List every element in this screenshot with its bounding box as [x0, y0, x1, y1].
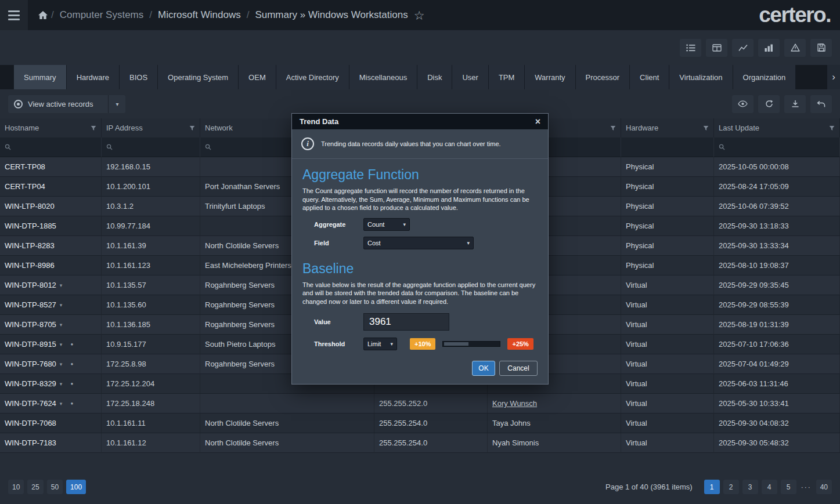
breadcrumb: /Computer Systems/Microsoft Windows/Summ… [51, 9, 408, 21]
column-header-hostname[interactable]: Hostname [0, 118, 102, 137]
row-expand-icon[interactable]: ▾ [60, 401, 63, 407]
favorite-star-icon[interactable]: ☆ [414, 9, 425, 21]
tab-miscellaneous[interactable]: Miscellaneous [349, 65, 417, 89]
list-view-icon[interactable] [680, 39, 701, 57]
tab-virtualization[interactable]: Virtualization [669, 65, 733, 89]
ok-button[interactable]: OK [472, 361, 495, 376]
breadcrumb-item-computer-systems[interactable]: Computer Systems [60, 9, 144, 21]
page-size-100[interactable]: 100 [66, 480, 86, 494]
hamburger-menu-icon[interactable] [0, 0, 28, 30]
cancel-button[interactable]: Cancel [499, 361, 538, 376]
home-icon[interactable] [37, 10, 49, 20]
cell-last_update: 2025-07-04 01:49:29 [714, 354, 840, 374]
filter-funnel-icon[interactable] [610, 125, 616, 131]
page-button-2[interactable]: 2 [723, 480, 739, 494]
info-icon: i [301, 137, 314, 150]
tab-organization[interactable]: Organization [733, 65, 796, 89]
tabs-scroll-right-icon[interactable]: › [827, 65, 840, 89]
close-icon[interactable]: × [535, 117, 540, 126]
breadcrumb-item-summary-windows-workstations[interactable]: Summary » Windows Workstations [255, 9, 408, 21]
page-button-5[interactable]: 5 [781, 480, 796, 494]
cell-hostname: WIN-DTP-7183 [0, 433, 102, 453]
chevron-down-icon[interactable]: ▾ [108, 95, 125, 113]
page-button-3[interactable]: 3 [742, 480, 758, 494]
cell-last_update: 2025-10-05 00:00:08 [714, 157, 840, 177]
row-expand-icon[interactable]: ▾ [60, 282, 63, 288]
field-select[interactable]: Cost ▾ [363, 237, 474, 249]
tab-client[interactable]: Client [630, 65, 669, 89]
cell-ip: 172.25.12.204 [102, 374, 200, 394]
threshold-select[interactable]: Limit ▾ [363, 338, 397, 350]
card-view-icon[interactable] [706, 39, 727, 57]
threshold-slider[interactable] [442, 341, 500, 347]
tab-warranty[interactable]: Warranty [525, 65, 575, 89]
column-header-ip-address[interactable]: IP Address [102, 118, 200, 137]
cell-hardware: Virtual [621, 433, 714, 453]
slider-handle[interactable] [444, 342, 468, 346]
line-chart-icon[interactable] [732, 39, 754, 57]
baseline-value-input[interactable] [363, 313, 449, 331]
download-icon[interactable] [784, 95, 806, 113]
tab-operating-system[interactable]: Operating System [158, 65, 239, 89]
breadcrumb-item-microsoft-windows[interactable]: Microsoft Windows [158, 9, 241, 21]
filter-funnel-icon[interactable] [703, 125, 709, 131]
tab-hardware[interactable]: Hardware [67, 65, 120, 89]
save-icon[interactable] [810, 39, 832, 57]
records-filter-dropdown[interactable]: View active records ▾ [8, 95, 125, 113]
cell-hardware: Virtual [621, 414, 714, 433]
page-size-25[interactable]: 25 [27, 480, 43, 494]
undo-icon[interactable] [810, 95, 832, 113]
filter-funnel-icon[interactable] [189, 125, 195, 131]
tab-disk[interactable]: Disk [417, 65, 452, 89]
row-expand-icon[interactable]: ▾ [60, 322, 63, 328]
table-row[interactable]: WIN-DTP-7624▾●172.25.18.248255.255.252.0… [0, 394, 840, 414]
threshold-low-button[interactable]: +10% [410, 338, 435, 350]
filter-funnel-icon[interactable] [91, 125, 96, 131]
tab-bios[interactable]: BIOS [120, 65, 158, 89]
column-search-cell[interactable] [714, 137, 840, 157]
cell-subnet: 255.255.252.0 [374, 394, 488, 414]
tab-summary[interactable]: Summary [14, 65, 67, 89]
cell-hardware: Physical [621, 157, 714, 177]
row-expand-icon[interactable]: ▾ [60, 302, 63, 308]
row-expand-icon[interactable]: ▾ [60, 342, 63, 347]
column-search-cell [621, 137, 714, 157]
chevron-down-icon: ▾ [390, 341, 393, 347]
tab-active-directory[interactable]: Active Directory [276, 65, 349, 89]
page-size-50[interactable]: 50 [47, 480, 63, 494]
status-dot-icon: ● [70, 342, 73, 347]
page-size-10[interactable]: 10 [8, 480, 24, 494]
column-header-last-update[interactable]: Last Update [714, 118, 840, 137]
row-expand-icon[interactable]: ▾ [60, 361, 63, 367]
tab-bar: SummaryHardwareBIOSOperating SystemOEMAc… [14, 65, 840, 89]
user-link[interactable]: Kory Wunsch [492, 399, 537, 408]
tab-oem[interactable]: OEM [239, 65, 276, 89]
page-button-4[interactable]: 4 [762, 480, 777, 494]
hostname-text: CERT-TP08 [5, 162, 45, 171]
tab-user[interactable]: User [452, 65, 488, 89]
threshold-select-value: Limit [367, 340, 381, 347]
page-button-40[interactable]: 40 [816, 480, 832, 494]
row-expand-icon[interactable]: ▾ [60, 381, 63, 387]
tab-tpm[interactable]: TPM [489, 65, 525, 89]
bar-chart-icon[interactable] [758, 39, 780, 57]
tab-processor[interactable]: Processor [576, 65, 630, 89]
refresh-icon[interactable] [758, 95, 780, 113]
cell-hardware: Virtual [621, 275, 714, 295]
eye-icon[interactable] [732, 95, 754, 113]
column-search-cell[interactable] [0, 137, 102, 157]
cell-ip: 172.25.18.248 [102, 394, 200, 414]
column-search-cell[interactable] [102, 137, 200, 157]
table-row[interactable]: WIN-DTP-706810.1.161.11North Clotilde Se… [0, 414, 840, 433]
aggregate-select[interactable]: Count ▾ [363, 218, 410, 231]
cell-network: North Clotilde Servers [200, 433, 374, 453]
threshold-high-button[interactable]: +25% [507, 338, 533, 350]
alert-icon[interactable] [784, 39, 806, 57]
table-row[interactable]: WIN-DTP-718310.1.161.12North Clotilde Se… [0, 433, 840, 453]
column-header-hardware[interactable]: Hardware [621, 118, 714, 137]
page-button-1[interactable]: 1 [704, 480, 720, 494]
filter-funnel-icon[interactable] [829, 125, 835, 131]
search-icon [205, 144, 211, 150]
trend-data-dialog: Trend Data × i Trending data records dai… [291, 113, 549, 385]
records-filter-main[interactable]: View active records [8, 95, 108, 113]
